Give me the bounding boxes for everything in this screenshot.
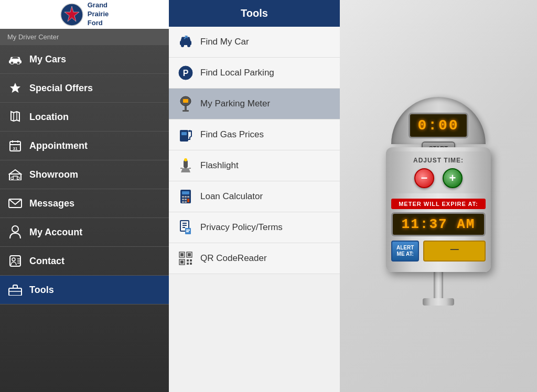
sidebar-item-my-account[interactable]: My Account bbox=[0, 218, 169, 247]
svg-rect-36 bbox=[180, 130, 188, 141]
tool-qr-code-label: QR CodeReader bbox=[200, 253, 267, 264]
tool-find-local-parking-label: Find Local Parking bbox=[200, 68, 274, 78]
alert-row: ALERTME AT: — bbox=[391, 241, 486, 262]
meter-icon bbox=[177, 95, 194, 112]
svg-point-40 bbox=[184, 158, 187, 161]
svg-rect-49 bbox=[182, 201, 184, 203]
svg-rect-47 bbox=[185, 199, 187, 200]
svg-text:31: 31 bbox=[13, 146, 18, 151]
main-panel: 0:00 START ADJUST TIME: − + METER WILL E… bbox=[340, 0, 537, 392]
expire-label: METER WILL EXPIRE AT: bbox=[391, 199, 486, 209]
svg-rect-63 bbox=[180, 260, 184, 264]
tool-item-privacy-policy[interactable]: Privacy Policy/Terms bbox=[169, 212, 340, 243]
contact-icon bbox=[7, 253, 23, 269]
svg-rect-37 bbox=[181, 132, 187, 135]
gas-icon bbox=[177, 126, 194, 143]
adjust-time-label: ADJUST TIME: bbox=[413, 157, 464, 164]
sidebar-item-messages-label: Messages bbox=[29, 198, 74, 209]
tools-list: Tools Find My Car P Find Local Parking bbox=[169, 0, 340, 392]
svg-rect-52 bbox=[182, 223, 187, 224]
sidebar-item-my-cars-label: My Cars bbox=[29, 54, 66, 65]
svg-rect-53 bbox=[182, 225, 187, 226]
tool-item-find-my-car[interactable]: Find My Car bbox=[169, 27, 340, 58]
sidebar-item-appointment-label: Appointment bbox=[29, 140, 88, 151]
svg-rect-54 bbox=[182, 227, 185, 228]
svg-rect-35 bbox=[182, 110, 189, 112]
increase-time-button[interactable]: + bbox=[443, 168, 463, 188]
svg-rect-61 bbox=[188, 253, 191, 256]
svg-rect-43 bbox=[182, 196, 184, 198]
svg-rect-42 bbox=[182, 191, 189, 194]
sidebar-item-appointment[interactable]: 31 Appointment bbox=[0, 132, 169, 160]
svg-point-21 bbox=[12, 258, 15, 261]
svg-rect-66 bbox=[187, 263, 189, 265]
svg-point-29 bbox=[187, 44, 190, 47]
svg-marker-5 bbox=[10, 83, 20, 93]
svg-point-16 bbox=[11, 177, 14, 180]
tool-item-find-local-parking[interactable]: P Find Local Parking bbox=[169, 58, 340, 89]
svg-rect-45 bbox=[187, 196, 189, 198]
sidebar-item-tools-label: Tools bbox=[29, 285, 54, 296]
alert-me-at-button[interactable]: ALERTME AT: bbox=[391, 241, 419, 262]
sidebar-item-contact[interactable]: Contact bbox=[0, 247, 169, 276]
svg-rect-56 bbox=[186, 230, 190, 231]
svg-rect-33 bbox=[183, 99, 188, 103]
tool-item-flashlight[interactable]: Flashlight bbox=[169, 150, 340, 181]
logo-area: Grand Prairie Ford bbox=[0, 0, 169, 29]
car-icon bbox=[7, 51, 23, 67]
sidebar-item-my-cars[interactable]: My Cars bbox=[0, 45, 169, 74]
document-icon bbox=[177, 219, 194, 236]
tool-loan-calculator-label: Loan Calculator bbox=[200, 191, 263, 202]
sidebar-item-special-offers-label: Special Offers bbox=[29, 83, 93, 94]
calendar-icon: 31 bbox=[7, 138, 23, 154]
meter-pole bbox=[434, 272, 443, 298]
svg-rect-64 bbox=[187, 259, 189, 262]
tools-header: Tools bbox=[169, 0, 340, 27]
svg-rect-67 bbox=[190, 263, 192, 265]
decrease-time-button[interactable]: − bbox=[414, 168, 434, 188]
sidebar-item-location[interactable]: Location bbox=[0, 103, 169, 132]
svg-point-38 bbox=[189, 130, 191, 132]
svg-marker-14 bbox=[9, 170, 21, 174]
svg-rect-44 bbox=[185, 196, 187, 198]
svg-rect-50 bbox=[185, 201, 187, 203]
adjust-buttons: − + bbox=[414, 168, 463, 188]
qr-icon bbox=[177, 250, 194, 267]
sidebar-item-special-offers[interactable]: Special Offers bbox=[0, 74, 169, 103]
svg-point-4 bbox=[17, 61, 20, 64]
logo-text: Grand Prairie Ford bbox=[88, 1, 109, 28]
svg-rect-25 bbox=[9, 288, 22, 296]
tool-find-gas-prices-label: Find Gas Prices bbox=[200, 129, 264, 140]
sidebar-item-showroom[interactable]: Showroom bbox=[0, 160, 169, 189]
meter-time-display: 0:00 bbox=[409, 113, 468, 138]
sidebar-item-messages[interactable]: Messages bbox=[0, 189, 169, 218]
tool-item-loan-calculator[interactable]: Loan Calculator bbox=[169, 181, 340, 212]
meter-body: ADJUST TIME: − + METER WILL EXPIRE AT: 1… bbox=[386, 147, 491, 272]
tool-item-find-gas-prices[interactable]: Find Gas Prices bbox=[169, 119, 340, 150]
svg-text:P: P bbox=[183, 69, 189, 78]
parking-icon: P bbox=[177, 64, 194, 81]
expire-time-display: 11:37 AM bbox=[391, 212, 486, 236]
tool-my-parking-meter-label: My Parking Meter bbox=[200, 99, 270, 109]
sidebar-item-tools[interactable]: Tools bbox=[0, 276, 169, 304]
calculator-icon bbox=[177, 188, 194, 205]
svg-point-28 bbox=[181, 44, 184, 47]
meter-base bbox=[423, 298, 454, 306]
star-icon bbox=[7, 80, 23, 96]
svg-rect-65 bbox=[190, 259, 192, 262]
driver-center-label: My Driver Center bbox=[0, 29, 169, 45]
svg-rect-48 bbox=[187, 199, 189, 202]
svg-rect-57 bbox=[186, 231, 189, 232]
meter-dome: 0:00 START bbox=[391, 97, 486, 144]
toolbox-icon bbox=[7, 282, 23, 298]
map-icon bbox=[7, 109, 23, 125]
svg-rect-46 bbox=[182, 199, 184, 200]
tool-item-qr-code[interactable]: QR CodeReader bbox=[169, 243, 340, 274]
sidebar-item-showroom-label: Showroom bbox=[29, 169, 78, 180]
alert-time-display[interactable]: — bbox=[423, 241, 486, 262]
find-car-icon bbox=[177, 34, 194, 50]
flashlight-icon bbox=[177, 157, 194, 174]
svg-point-3 bbox=[10, 61, 14, 64]
logo-emblem bbox=[60, 3, 83, 26]
tool-item-my-parking-meter[interactable]: My Parking Meter bbox=[169, 89, 340, 119]
